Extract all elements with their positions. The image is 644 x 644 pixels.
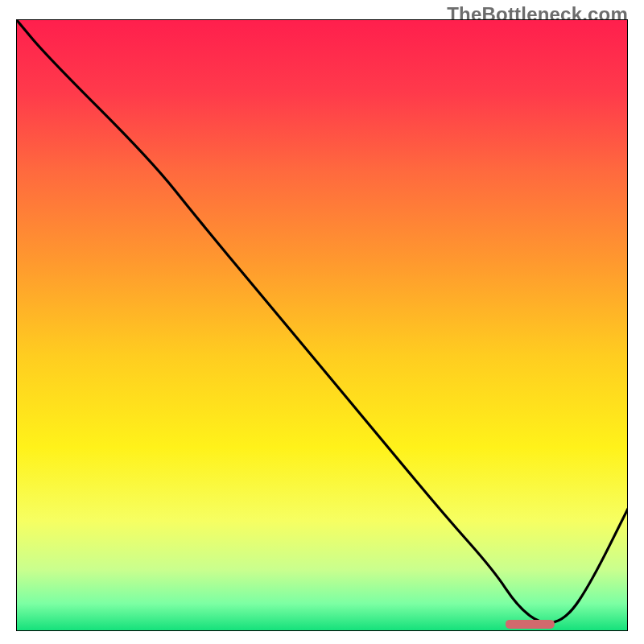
chart-root: TheBottleneck.com: [0, 0, 644, 644]
chart-background: [16, 19, 628, 631]
chart-plot-area: [16, 19, 628, 631]
chart-svg: [16, 19, 628, 631]
optimal-range-marker: [506, 620, 555, 629]
